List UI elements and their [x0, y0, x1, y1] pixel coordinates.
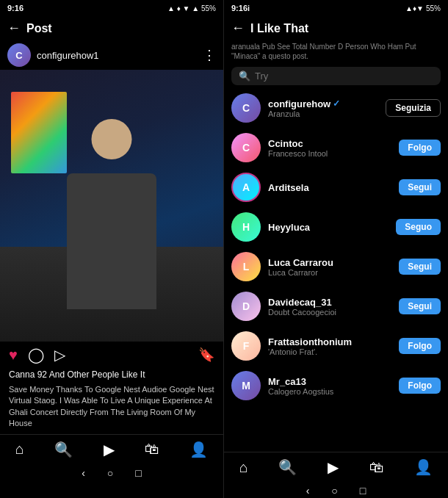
avatar-letter: H: [242, 221, 250, 233]
sys-back-right[interactable]: ‹: [306, 485, 310, 497]
like-username[interactable]: Frattasionthonium: [268, 336, 391, 347]
status-time-right: 9:16i: [231, 4, 250, 12]
like-username[interactable]: Mr_ca13: [268, 376, 391, 387]
like-info: Mr_ca13 Calogero Aogstius: [268, 376, 391, 396]
nav-shop-left[interactable]: 🛍: [145, 441, 159, 458]
person-head: [92, 119, 132, 159]
likes-list: C configurehow✓ Aranzula Seguizia C Ccin…: [224, 88, 448, 452]
bottom-nav-right: ⌂ 🔍 ▶ 🛍 👤: [224, 452, 448, 482]
like-avatar[interactable]: M: [231, 371, 261, 400]
nav-search-right[interactable]: 🔍: [278, 458, 297, 476]
like-avatar[interactable]: H: [231, 212, 261, 242]
like-fullname: Doubt Cacoogecioi: [268, 308, 391, 317]
list-item: H Heyyluca Seguo: [224, 207, 448, 247]
bottom-nav-left: ⌂ 🔍 ▶ 🛍 👤: [0, 434, 223, 464]
post-username[interactable]: configurehow1: [37, 50, 197, 61]
share-button[interactable]: ▷: [54, 346, 65, 364]
person-body: [67, 173, 156, 309]
like-username[interactable]: Davidecaq_31: [268, 297, 391, 308]
nav-search-left[interactable]: 🔍: [54, 441, 73, 458]
avatar-letter: M: [242, 380, 250, 391]
like-fullname: 'Antonio Frat'.: [268, 347, 391, 356]
search-input[interactable]: [255, 71, 433, 82]
like-avatar[interactable]: C: [231, 133, 261, 162]
bookmark-button[interactable]: 🔖: [198, 347, 214, 363]
status-icons-left: ▲ ♦ ▼ ▲ 55%: [167, 4, 216, 12]
left-panel: 9:16 ▲ ♦ ▼ ▲ 55% ← Post C configurehow1 …: [0, 0, 224, 498]
follow-button[interactable]: Segui: [399, 259, 441, 275]
search-bar: 🔍: [231, 67, 441, 85]
like-username[interactable]: Arditsela: [268, 182, 391, 193]
like-info: configurehow✓ Aranzula: [268, 98, 378, 118]
back-button-right[interactable]: ←: [231, 21, 245, 36]
like-username[interactable]: Luca Carrarou: [268, 257, 391, 268]
right-panel: 9:16i ▲♦▼ 55% ← I Like That aranuala Pub…: [224, 0, 448, 498]
post-user-avatar[interactable]: C: [7, 43, 31, 67]
avatar-letter: D: [242, 300, 250, 312]
list-item: L Luca Carrarou Luca Carraror Segui: [224, 247, 448, 286]
system-nav-left: ‹ ○ □: [0, 464, 223, 480]
like-info: Frattasionthonium 'Antonio Frat'.: [268, 336, 391, 356]
post-caption: Save Money Thanks To Google Nest Audioe …: [0, 381, 223, 434]
post-likes-text[interactable]: Canna 92 And Other People Like It: [0, 368, 223, 381]
post-more-button[interactable]: ⋮: [203, 47, 216, 63]
nav-profile-left[interactable]: 👤: [189, 441, 208, 458]
sys-back-left[interactable]: ‹: [82, 467, 85, 479]
like-fullname: Calogero Aogstius: [268, 387, 391, 396]
like-username[interactable]: configurehow✓: [268, 98, 378, 109]
follow-button[interactable]: Folgo: [399, 338, 441, 354]
nav-home-left[interactable]: ⌂: [15, 441, 24, 458]
like-avatar[interactable]: A: [231, 173, 261, 202]
avatar-letter: L: [243, 261, 250, 273]
follow-button[interactable]: Folgo: [399, 378, 441, 394]
nav-video-left[interactable]: ▶: [104, 441, 115, 458]
sys-recent-right[interactable]: □: [360, 485, 366, 497]
comment-button[interactable]: ◯: [28, 346, 44, 364]
nav-video-right[interactable]: ▶: [328, 458, 339, 476]
artwork-decoration: [11, 92, 67, 173]
like-button[interactable]: ♥: [9, 347, 18, 364]
list-item: M Mr_ca13 Calogero Aogstius Folgo: [224, 366, 448, 405]
nav-profile-right[interactable]: 👤: [414, 458, 433, 476]
follow-button[interactable]: Folgo: [399, 140, 441, 156]
like-info: Ccintoc Francesco Intool: [268, 138, 391, 158]
post-image: [0, 70, 223, 342]
back-button-left[interactable]: ←: [7, 21, 21, 36]
like-avatar[interactable]: L: [231, 252, 261, 281]
like-username[interactable]: Heyyluca: [268, 222, 389, 233]
status-battery-right: 55%: [426, 4, 441, 12]
like-avatar[interactable]: F: [231, 331, 261, 361]
list-item: D Davidecaq_31 Doubt Cacoogecioi Segui: [224, 286, 448, 326]
status-icons-right: ▲♦▼ 55%: [405, 4, 441, 12]
follow-button[interactable]: Segui: [399, 179, 441, 195]
nav-home-right[interactable]: ⌂: [239, 459, 248, 476]
right-subtitle: aranuala Pub See Total Number D Person W…: [224, 40, 448, 64]
list-item: F Frattasionthonium 'Antonio Frat'. Folg…: [224, 326, 448, 366]
like-fullname: Francesco Intool: [268, 149, 391, 158]
sys-home-right[interactable]: ○: [331, 485, 337, 497]
follow-button[interactable]: Seguizia: [386, 99, 441, 117]
nav-shop-right[interactable]: 🛍: [369, 459, 384, 476]
like-fullname: Aranzula: [268, 109, 378, 118]
like-avatar[interactable]: C: [231, 93, 261, 123]
status-bar-right: 9:16i ▲♦▼ 55%: [224, 0, 448, 16]
status-time-left: 9:16: [7, 4, 24, 12]
search-icon: 🔍: [239, 71, 250, 82]
post-user-row: C configurehow1 ⋮: [0, 40, 223, 70]
post-title: Post: [26, 22, 216, 35]
verified-badge: ✓: [333, 98, 340, 109]
follow-button[interactable]: Seguo: [396, 219, 441, 235]
list-item: C Ccintoc Francesco Intool Folgo: [224, 128, 448, 167]
right-title: I Like That: [250, 22, 308, 35]
like-info: Davidecaq_31 Doubt Cacoogecioi: [268, 297, 391, 317]
avatar-letter: A: [242, 181, 250, 193]
sys-recent-left[interactable]: □: [135, 467, 141, 479]
like-info: Arditsela: [268, 182, 391, 193]
system-nav-right: ‹ ○ □: [224, 482, 448, 498]
like-info: Heyyluca: [268, 222, 389, 233]
like-avatar[interactable]: D: [231, 292, 261, 321]
follow-button[interactable]: Segui: [399, 298, 441, 314]
like-username[interactable]: Ccintoc: [268, 138, 391, 149]
sys-home-left[interactable]: ○: [107, 467, 113, 479]
like-info: Luca Carrarou Luca Carraror: [268, 257, 391, 277]
